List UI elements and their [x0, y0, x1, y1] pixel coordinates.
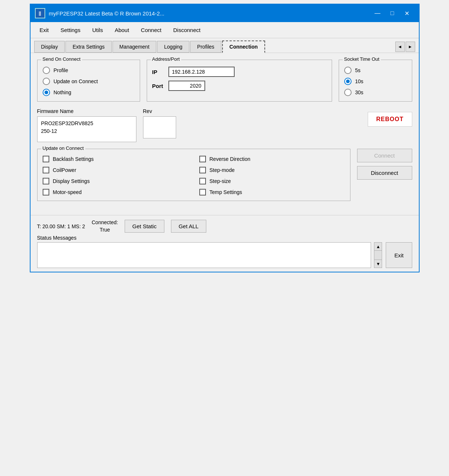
reboot-section: REBOOT [368, 108, 412, 127]
menu-settings[interactable]: Settings [55, 24, 86, 36]
cb-reverse-box[interactable] [199, 156, 206, 162]
scroll-up[interactable]: ▲ [374, 243, 382, 251]
ip-label: IP [152, 69, 163, 75]
scroll-track [374, 251, 382, 260]
cb-motorspeed-box[interactable] [43, 189, 49, 195]
tab-management[interactable]: Management [113, 41, 157, 53]
radio-5s-circle[interactable] [344, 67, 352, 74]
titlebar-left: || myFP2ESP32 Latest Beta © R Brown 2014… [35, 8, 165, 18]
cb-temp[interactable]: Temp Settings [199, 189, 345, 195]
port-label: Port [152, 83, 163, 89]
row2: Firmware Name PRO2ESP32DRV8825250-12 Rev… [37, 108, 412, 142]
radio-update-on-connect[interactable]: Update on Connect [43, 78, 135, 85]
tab-extra-settings[interactable]: Extra Settings [65, 41, 111, 53]
socket-timeout-options: 5s 10s 30s [344, 67, 407, 96]
radio-30s-circle[interactable] [344, 89, 352, 96]
cb-reverse-label: Reverse Direction [210, 156, 250, 162]
tab-logging[interactable]: Logging [157, 41, 189, 53]
radio-update-on-connect-circle[interactable] [43, 78, 50, 85]
radio-10s[interactable]: 10s [344, 78, 407, 85]
cb-coilpower-box[interactable] [43, 167, 49, 173]
radio-5s-label: 5s [355, 67, 361, 73]
cb-display-box[interactable] [43, 178, 49, 184]
rev-value [143, 116, 176, 138]
cb-temp-box[interactable] [199, 189, 206, 195]
cb-backlash-box[interactable] [43, 156, 49, 162]
ip-input[interactable] [168, 67, 235, 77]
radio-profile-label: Profile [54, 67, 68, 73]
tab-scroll-left[interactable]: ◄ [395, 42, 405, 52]
titlebar: || myFP2ESP32 Latest Beta © R Brown 2014… [31, 4, 419, 22]
scroll-down[interactable]: ▼ [374, 260, 382, 268]
maximize-button[interactable]: □ [385, 7, 400, 19]
cb-stepsize-label: Step-size [210, 178, 231, 184]
radio-profile-circle[interactable] [43, 67, 50, 74]
conn-btns: Connect Disconnect [357, 149, 412, 180]
connected-value: True [92, 226, 118, 234]
menu-utils[interactable]: Utils [87, 24, 108, 36]
menu-exit[interactable]: Exit [34, 24, 54, 36]
close-button[interactable]: ✕ [400, 7, 414, 19]
firmware-label: Firmware Name [37, 108, 136, 114]
connect-button[interactable]: Connect [357, 149, 412, 162]
address-port-group: Address/Port IP Port [147, 60, 332, 102]
radio-nothing[interactable]: Nothing [43, 89, 135, 96]
radio-update-on-connect-label: Update on Connect [54, 78, 98, 84]
titlebar-controls: — □ ✕ [370, 7, 414, 19]
tab-display[interactable]: Display [34, 41, 65, 53]
main-content: Send On Connect Profile Update on Connec… [31, 53, 419, 215]
cb-stepmode[interactable]: Step-mode [199, 167, 345, 173]
status-msgs-label: Status Messages [37, 235, 412, 241]
status-text: T: 20.00 SM: 1 MS: 2 [37, 223, 85, 229]
disconnect-button[interactable]: Disconnect [357, 166, 412, 180]
radio-nothing-label: Nothing [54, 89, 71, 95]
cb-coilpower-label: CoilPower [53, 167, 76, 173]
cb-stepsize[interactable]: Step-size [199, 178, 345, 184]
cb-display[interactable]: Display Settings [43, 178, 188, 184]
scrollbar: ▲ ▼ [374, 242, 382, 268]
cb-backlash-label: Backlash Settings [53, 156, 94, 162]
status-msg-area-container: ▲ ▼ [37, 242, 382, 268]
get-static-button[interactable]: Get Static [125, 220, 164, 233]
cb-backlash[interactable]: Backlash Settings [43, 156, 188, 162]
get-all-button[interactable]: Get ALL [171, 220, 206, 233]
radio-nothing-circle[interactable] [43, 89, 50, 96]
radio-10s-circle[interactable] [344, 78, 352, 85]
menu-connect[interactable]: Connect [135, 24, 167, 36]
update-on-connect-grid: Backlash Settings Reverse Direction Coil… [43, 156, 345, 195]
tab-scroll-right[interactable]: ► [406, 42, 415, 52]
socket-timeout-group: Socket Time Out 5s 10s 30s [339, 60, 412, 102]
port-input[interactable] [168, 81, 205, 91]
cb-stepmode-box[interactable] [199, 167, 206, 173]
cb-stepmode-label: Step-mode [210, 167, 235, 173]
cb-reverse[interactable]: Reverse Direction [199, 156, 345, 162]
firmware-value: PRO2ESP32DRV8825250-12 [37, 116, 136, 142]
cb-stepsize-box[interactable] [199, 178, 206, 184]
app-icon: || [35, 8, 45, 18]
minimize-button[interactable]: — [370, 7, 385, 19]
menu-about[interactable]: About [109, 24, 135, 36]
tab-profiles[interactable]: Profiles [190, 41, 221, 53]
radio-5s[interactable]: 5s [344, 67, 407, 74]
cb-motorspeed[interactable]: Motor-speed [43, 189, 188, 195]
main-window: || myFP2ESP32 Latest Beta © R Brown 2014… [30, 4, 420, 272]
status-connected: Connected: True [92, 219, 118, 233]
window-title: myFP2ESP32 Latest Beta © R Brown 2014-2.… [49, 10, 165, 17]
tab-connection[interactable]: Connection [222, 40, 265, 53]
reboot-button[interactable]: REBOOT [368, 112, 412, 127]
cb-display-label: Display Settings [53, 178, 90, 184]
radio-10s-label: 10s [355, 78, 364, 84]
status-msg-area[interactable] [37, 242, 371, 268]
radio-30s[interactable]: 30s [344, 89, 407, 96]
send-on-connect-title: Send On Connect [41, 56, 82, 62]
rev-section: Rev [143, 108, 176, 138]
exit-button[interactable]: Exit [386, 242, 412, 268]
cb-motorspeed-label: Motor-speed [53, 189, 82, 195]
status-row1: T: 20.00 SM: 1 MS: 2 Connected: True Get… [37, 219, 412, 233]
cb-coilpower[interactable]: CoilPower [43, 167, 188, 173]
send-on-connect-options: Profile Update on Connect Nothing [43, 67, 135, 96]
status-bottom-row: ▲ ▼ Exit [37, 242, 412, 268]
cb-temp-label: Temp Settings [210, 189, 242, 195]
menu-disconnect[interactable]: Disconnect [168, 24, 206, 36]
radio-profile[interactable]: Profile [43, 67, 135, 74]
